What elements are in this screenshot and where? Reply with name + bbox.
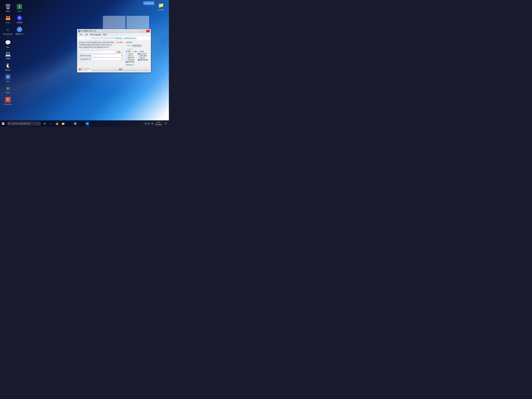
promo-link[interactable]: 极致性能，完美兼容MacBook xyxy=(116,37,137,39)
checkbox-disable-uasp[interactable]: 禁用UASP xyxy=(126,57,138,59)
desktop-icon-powerpoint[interactable]: P PowerPoint xyxy=(3,96,13,106)
tray-network-icon[interactable]: 🌐 xyxy=(145,123,147,125)
tray-language-indicator[interactable]: 英 xyxy=(151,122,154,125)
checkbox-no-format[interactable]: 不格式化 xyxy=(126,53,138,55)
radio-vhdx[interactable]: VHDX xyxy=(138,51,144,52)
checkbox-bitlocker[interactable]: Bitlocker xyxy=(138,57,150,59)
checkbox-no-format-input[interactable] xyxy=(126,53,127,55)
action-tutorial-link[interactable]: 操作教程 xyxy=(117,41,123,44)
checkbox-uefi-gpt[interactable]: UEFI+GPT xyxy=(138,53,150,55)
tab-normal[interactable]: 常用 xyxy=(126,44,131,47)
luobotou-text: 萝卜头IT论坛 luobotou.IT xyxy=(82,68,90,71)
taskbar-word-app[interactable]: W xyxy=(72,120,78,127)
radio-traditional[interactable]: 传统 xyxy=(126,51,131,52)
notification-center-button[interactable]: 🗨 xyxy=(163,120,168,127)
checkbox-bitlocker-input[interactable] xyxy=(138,57,139,59)
dialog-partition-select[interactable]: 自动选择安装分卷 xyxy=(78,58,123,61)
taskbar-baidu-app[interactable]: ☁ xyxy=(78,120,84,127)
desktop-icon-qq[interactable]: 🐧 腾讯QQ xyxy=(3,62,13,72)
checkbox-disable-winre-label: 禁用WinRE xyxy=(128,61,135,63)
checkbox-disable-winre-input[interactable] xyxy=(126,61,127,63)
desktop-icon-firefox[interactable]: 🦊 Firefox xyxy=(3,14,13,24)
help-link[interactable]: ? xyxy=(134,64,135,66)
desktop-icon-excel[interactable]: X Excel xyxy=(14,3,25,13)
taskbar-folder-app[interactable]: 📁 xyxy=(60,120,66,127)
checkbox-uefi-mbr-input[interactable] xyxy=(138,55,139,57)
dialog-window-controls: ─ □ ✕ xyxy=(139,30,150,32)
dialog-browse-button[interactable]: 浏览... xyxy=(116,51,123,53)
dialog-menu-language[interactable]: 语言(Language) xyxy=(89,33,102,36)
taskbar-word-icon: W xyxy=(74,122,76,125)
wtg-dialog: W WTG辅助工具5.0.1.0 ─ □ ✕ 文件 工具 语言(Language… xyxy=(77,29,151,72)
dialog-device-select[interactable]: 请选择可移动设备 xyxy=(78,54,123,57)
taskbar-store-icon: 🛍 xyxy=(68,122,70,125)
desktop-icon-edge[interactable]: e Microsoft Edge xyxy=(3,25,13,38)
desktop-icon-word[interactable]: W Word xyxy=(3,73,13,83)
checkbox-no-letter-input[interactable] xyxy=(126,59,127,61)
taskbar-search-bar[interactable]: 🔍 在这里输入你要搜索的内容 🎤 xyxy=(7,121,41,126)
radio-traditional-input[interactable] xyxy=(126,51,127,52)
windows-start-icon xyxy=(2,122,4,125)
tray-chevron-icon[interactable]: ∧ xyxy=(143,123,144,124)
desktop-icon-recycle[interactable]: 🗑️ 回收站 xyxy=(3,3,13,13)
checkbox-hide-disk-input[interactable] xyxy=(138,59,139,61)
task-view-button[interactable]: ⊞ xyxy=(42,120,48,127)
checkbox-disable-winre[interactable]: 禁用WinRE xyxy=(126,61,138,63)
my-computer-icon: 💻 xyxy=(5,51,11,57)
dialog-minimize-button[interactable]: ─ xyxy=(139,30,142,32)
checkbox-uefi-gpt-input[interactable] xyxy=(138,53,139,55)
checkbox-net35-input[interactable] xyxy=(126,55,127,57)
qq-icon: 🐧 xyxy=(5,62,11,69)
radio-vhd[interactable]: VHD xyxy=(132,51,137,52)
dialog-deploy-button[interactable]: 部署 xyxy=(92,68,150,71)
checkbox-uefi-mbr[interactable]: UEFI+MBR xyxy=(138,55,150,57)
dialog-menu-tools[interactable]: 工具 xyxy=(83,33,89,36)
desktop-icon-my-computer[interactable]: 💻 此电脑 xyxy=(3,50,13,60)
taskbar-edge-icon: e xyxy=(51,122,52,125)
desktop-icon-baidu[interactable]: 百 百度网盘 xyxy=(14,14,25,24)
taskbar-edge-app[interactable]: e xyxy=(48,120,54,127)
folder-backup-label: 备份资料 xyxy=(158,9,164,11)
windows-logo-watermark xyxy=(103,16,149,62)
baidu-pan-label: 百度网盘 xyxy=(17,22,22,24)
steam-icon: ♟ xyxy=(5,85,11,91)
clock-time: 14:57 xyxy=(157,121,160,124)
dialog-right-panel: 高级选项 常用 VHD(X) 分区 直新分区 传统 xyxy=(124,41,150,66)
desktop-icon-steam[interactable]: ♟ Steam xyxy=(3,84,13,95)
taskbar-wtg-app[interactable]: W xyxy=(84,120,90,127)
tray-volume-icon[interactable]: 🔊 xyxy=(147,123,150,125)
baidu-pan-icon: 百 xyxy=(16,15,23,21)
checkbox-disable-uasp-input[interactable] xyxy=(126,57,127,59)
reset-defaults-link[interactable]: 恢复默认值 xyxy=(126,64,133,66)
taskbar-folder-icon: 📁 xyxy=(62,122,65,125)
checkbox-net35[interactable]: .NET 3.5 xyxy=(126,55,138,57)
dialog-file-input[interactable] xyxy=(78,51,115,53)
radio-vhdx-label: VHDX xyxy=(140,51,144,52)
desktop-icon-backup[interactable]: 📁 备份资料 xyxy=(156,1,166,12)
dialog-title-icon: W xyxy=(78,30,80,32)
baidu-upload-button[interactable]: ☁ 百度上传 xyxy=(143,1,154,5)
notification-icon: 🗨 xyxy=(165,122,167,125)
dialog-menu-file[interactable]: 文件 xyxy=(78,33,83,36)
tray-clock[interactable]: 14:57 2019/8/26 xyxy=(154,120,163,127)
dialog-overlay: W WTG辅助工具5.0.1.0 ─ □ ✕ 文件 工具 语言(Language… xyxy=(0,0,169,120)
checkbox-no-letter[interactable]: 无默认盘符 xyxy=(126,59,138,61)
my-computer-label: 此电脑 xyxy=(6,58,10,59)
dialog-promo-bar: Windows To Go 专用定制U盘优惠! 极致性能，完美兼容MacBook xyxy=(77,37,151,40)
taskbar-firefox-app[interactable]: 🦊 xyxy=(54,120,60,127)
microphone-icon: 🎤 xyxy=(38,123,40,125)
taskbar-store-app[interactable]: 🛍 xyxy=(66,120,72,127)
dialog-menu-help[interactable]: 帮助 xyxy=(102,33,108,36)
tab-vhd[interactable]: VHD(X) 分区 xyxy=(131,44,142,47)
checkbox-uefi-gpt-label: UEFI+GPT xyxy=(140,53,146,55)
powerpoint-label: PowerPoint xyxy=(4,103,12,105)
start-button[interactable] xyxy=(0,120,6,127)
dialog-maximize-button[interactable]: □ xyxy=(143,30,146,32)
desktop-icon-aisi[interactable]: i 爱思助手7.0 xyxy=(14,25,25,36)
word-icon: W xyxy=(5,74,11,80)
desktop-icon-wechat[interactable]: 💬 微信 xyxy=(3,39,13,49)
radio-vhd-input[interactable] xyxy=(132,51,133,52)
dialog-close-button[interactable]: ✕ xyxy=(146,30,150,32)
radio-vhdx-input[interactable] xyxy=(138,51,139,52)
checkbox-hide-disk[interactable]: 屏蔽本机硬盘 xyxy=(138,59,150,61)
